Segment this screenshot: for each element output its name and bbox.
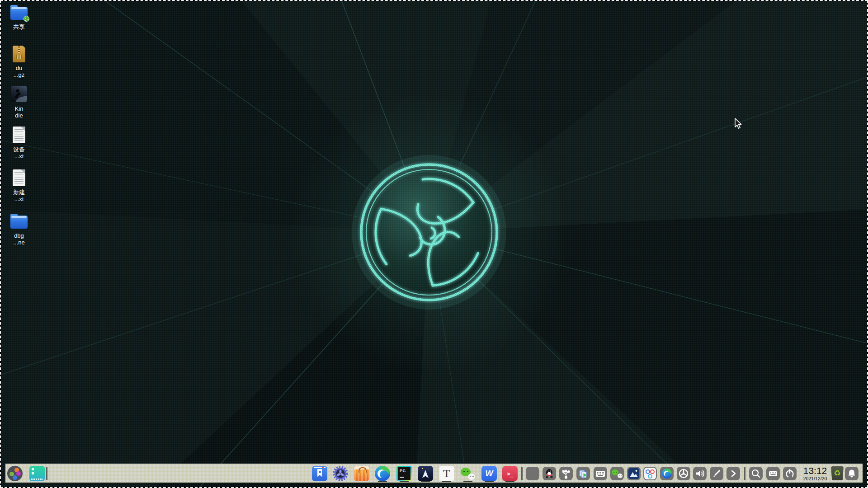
desktop-icon-label: 新建...xt — [2, 189, 36, 202]
clock-time: 13:12 — [798, 465, 832, 476]
rings-app-icon — [644, 468, 656, 479]
desktop-icon-label: dbg...ne — [2, 232, 36, 246]
dock-terminal[interactable]: >_ — [502, 466, 518, 481]
desktop: 共享 du...gz Kindle 设备...xt 新建...xt dbg...… — [0, 0, 868, 488]
folder-icon — [10, 216, 28, 229]
bell-icon — [845, 467, 859, 480]
tray-volume[interactable] — [693, 467, 707, 480]
running-indicator-edge — [378, 481, 387, 482]
desktop-icon-archive[interactable]: du...gz — [2, 45, 36, 78]
pen-icon — [710, 467, 723, 480]
desktop-icon-dbg-folder[interactable]: dbg...ne — [2, 213, 36, 246]
desktop-icon-label: 共享 — [2, 23, 36, 30]
running-indicator-wps — [485, 481, 494, 482]
wheel-icon — [677, 467, 690, 480]
clock-date: 2021/12/20 — [798, 476, 832, 481]
wechat-tray-icon — [612, 468, 623, 479]
dock-multitasking-view[interactable] — [29, 466, 45, 481]
tray-rings-app[interactable] — [643, 467, 657, 480]
desktop-icon-kindle[interactable]: Kindle — [2, 86, 36, 119]
tray-qq[interactable] — [542, 467, 556, 480]
text-file-icon — [13, 169, 25, 186]
tray-expand-chevron[interactable] — [726, 467, 740, 480]
dock-separator — [46, 467, 47, 480]
desktop-icon-device-txt[interactable]: 设备...xt — [2, 127, 36, 160]
dock-pycharm[interactable]: PC — [396, 466, 412, 481]
share-badge-icon — [24, 16, 29, 22]
volume-speaker-icon — [693, 467, 707, 480]
tray-edge[interactable] — [660, 467, 674, 480]
running-indicator-wechat — [463, 481, 472, 482]
screen-recorder-icon — [576, 467, 590, 480]
tray-keyboard-layout[interactable] — [594, 467, 607, 480]
tray-screen-recorder[interactable] — [576, 467, 590, 480]
wps-office-icon: W — [481, 466, 497, 481]
dock-control-center[interactable] — [333, 466, 348, 481]
file-manager-icon — [312, 466, 327, 481]
multitasking-view-icon — [29, 466, 45, 481]
dock-edge-browser[interactable] — [375, 466, 390, 481]
dock-file-manager[interactable] — [312, 466, 327, 481]
paper-plane-app-icon — [418, 466, 433, 481]
running-indicator-terminal — [505, 481, 514, 482]
dock-paper-plane-app[interactable] — [418, 466, 433, 481]
typora-icon: T — [439, 466, 454, 481]
dock-wps-office[interactable]: W — [481, 466, 497, 481]
tray-usb-device[interactable] — [559, 467, 573, 480]
dock-clock[interactable]: 13:12 2021/12/20 — [798, 465, 832, 481]
folder-icon — [10, 7, 28, 20]
dock-notification-center[interactable] — [845, 467, 859, 480]
dock-wechat[interactable] — [460, 466, 476, 481]
search-icon — [749, 467, 763, 480]
dock-grand-search[interactable] — [749, 467, 763, 480]
keyboard-icon — [594, 467, 607, 480]
dock-app-store[interactable] — [354, 466, 369, 481]
dock-separator — [521, 467, 523, 480]
desktop-icon-label: Kindle — [2, 105, 36, 119]
desktop-icon-shared-folder[interactable]: 共享 — [2, 4, 36, 30]
pycharm-icon: PC — [396, 466, 412, 481]
qq-penguin-icon — [542, 467, 556, 480]
desktop-icon-new-txt[interactable]: 新建...xt — [2, 169, 36, 202]
edge-tray-icon — [662, 469, 672, 479]
chevron-right-icon — [726, 467, 740, 480]
tray-wechat[interactable] — [610, 467, 624, 480]
tray-gray-app[interactable] — [526, 467, 539, 480]
desktop-icon-label: 设备...xt — [2, 146, 36, 160]
dock-separator — [744, 467, 745, 480]
usb-icon — [559, 467, 573, 480]
dock-launcher[interactable] — [7, 466, 23, 481]
wallpaper-deepin-logo — [0, 0, 868, 488]
tray-gallery[interactable] — [627, 467, 641, 480]
launcher-icon — [7, 466, 23, 481]
wechat-icon — [460, 466, 476, 481]
archive-file-icon — [13, 46, 25, 62]
kindle-app-icon — [11, 86, 27, 102]
control-center-gear-icon — [333, 466, 348, 481]
onboard-keyboard-icon — [766, 467, 780, 480]
tray-screenshot-pen[interactable] — [710, 467, 723, 480]
app-store-bag-icon — [354, 466, 369, 481]
dock-trash[interactable]: ♻ — [831, 466, 846, 482]
dock: PC T W >_ — [5, 464, 863, 483]
power-icon — [783, 467, 797, 480]
trash-recycle-icon: ♻ — [831, 466, 844, 480]
desktop-icon-label: du...gz — [2, 65, 36, 78]
running-indicator-typora — [442, 481, 451, 482]
gallery-icon — [628, 468, 639, 479]
dock-typora[interactable]: T — [439, 466, 454, 481]
tray-wheel-app[interactable] — [677, 467, 690, 480]
dock-onboard-keyboard[interactable] — [766, 467, 780, 480]
terminal-icon: >_ — [502, 466, 518, 481]
text-file-icon — [13, 127, 25, 143]
running-indicator-paper-plane — [421, 481, 430, 482]
edge-browser-icon — [375, 466, 390, 481]
running-indicator-pycharm — [400, 481, 409, 482]
dock-power[interactable] — [783, 467, 797, 480]
